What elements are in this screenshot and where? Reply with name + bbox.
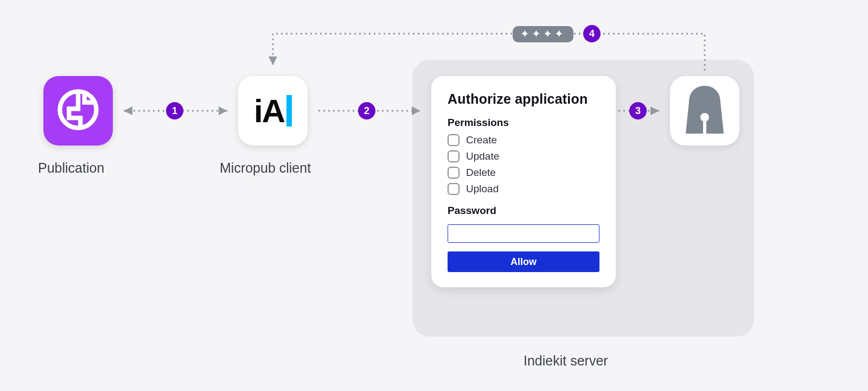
step-badge-2: 2 bbox=[358, 102, 375, 119]
globe-icon bbox=[55, 87, 101, 135]
checkbox-upload[interactable] bbox=[448, 183, 459, 195]
svg-marker-7 bbox=[269, 56, 277, 65]
allow-button[interactable]: Allow bbox=[448, 251, 599, 272]
permission-row: Create bbox=[448, 134, 599, 146]
micropub-client-label: Micropub client bbox=[220, 160, 311, 176]
permission-row: Delete bbox=[448, 167, 599, 179]
svg-marker-1 bbox=[124, 106, 132, 115]
cursor-icon bbox=[286, 95, 292, 127]
password-heading: Password bbox=[448, 205, 599, 217]
permission-label: Update bbox=[466, 150, 499, 162]
step-badge-4: 4 bbox=[583, 25, 601, 42]
authorize-card: Authorize application Permissions Create… bbox=[431, 76, 616, 287]
password-input[interactable] bbox=[448, 224, 599, 243]
checkbox-create[interactable] bbox=[448, 134, 459, 146]
checkbox-delete[interactable] bbox=[448, 167, 459, 179]
authorize-title: Authorize application bbox=[448, 91, 599, 107]
indiekit-icon bbox=[685, 86, 725, 136]
svg-rect-10 bbox=[703, 119, 706, 134]
step-badge-3: 3 bbox=[629, 102, 647, 119]
permissions-heading: Permissions bbox=[448, 117, 599, 129]
permission-label: Create bbox=[466, 134, 497, 146]
step-badge-1: 1 bbox=[166, 102, 183, 119]
publication-node bbox=[43, 76, 113, 146]
indiekit-server-label: Indiekit server bbox=[524, 353, 608, 369]
checkbox-update[interactable] bbox=[448, 150, 459, 162]
svg-marker-2 bbox=[219, 106, 227, 115]
token-badge: ✦✦✦✦ bbox=[513, 26, 573, 42]
micropub-client-node: iA bbox=[238, 76, 308, 146]
permission-label: Delete bbox=[466, 167, 496, 179]
ia-writer-icon: iA bbox=[254, 92, 292, 130]
permission-row: Upload bbox=[448, 183, 599, 195]
indiekit-logo-tile bbox=[670, 76, 739, 146]
publication-label: Publication bbox=[38, 160, 104, 176]
permission-row: Update bbox=[448, 150, 599, 162]
permission-label: Upload bbox=[466, 183, 499, 195]
